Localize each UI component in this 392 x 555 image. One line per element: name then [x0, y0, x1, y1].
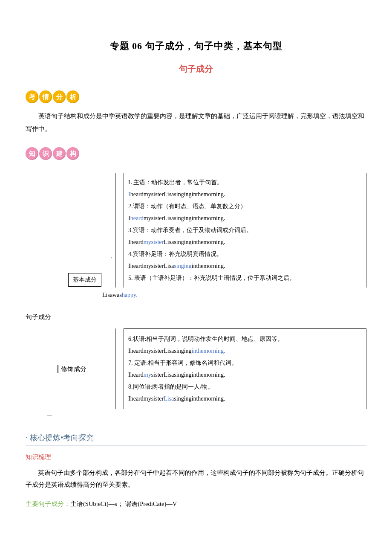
example-adverbial: IheardmysisterLisasinginginthemorning.: [128, 345, 362, 357]
badge-analysis: 考 情 分 析: [26, 90, 79, 103]
caret-icon: ‹: [111, 254, 112, 261]
item-subject: L 主语：动作发出者，常位于句首。: [128, 177, 362, 189]
root-label: 句子成分: [26, 312, 366, 322]
main-components-line: 主要句子成分：主语(SUbjeCt)—s； 谓语(PrediCate)—V: [26, 498, 366, 509]
example-attributive: IheardmysisterLisasinginginthemorning.: [128, 369, 362, 381]
item-obj-comp: 4.宾语补足语：补充说明宾语情况。: [128, 248, 362, 260]
heading-text: 核心提炼•考向探究: [30, 432, 94, 444]
badge-char: 析: [66, 90, 79, 103]
badge-char: 构: [66, 147, 79, 160]
item-predicative: 5. 表语（主语补足语）：补充说明主语情况，位于系动词之后。: [128, 272, 362, 284]
heading-core: · 核心提炼•考向探究: [26, 432, 366, 445]
badge-char: 识: [39, 147, 52, 160]
badge-char: 建: [53, 147, 66, 160]
badge-char: 知: [26, 147, 38, 160]
item-adverbial: 6.状语:相当于副词，说明动作发生的时间、地点、原因等。: [128, 333, 362, 345]
item-predicate: 2.谓语：动作（有时态、语态、单复数之分）: [128, 200, 362, 212]
badge-knowledge: 知 识 建 构: [26, 147, 79, 160]
example-predicate: IheardmysisterLisasinginginthemorning.: [128, 212, 362, 224]
example-predicative: Lisawashappy.: [102, 289, 366, 301]
bullet-icon: ·: [26, 433, 27, 444]
page-subtitle: 句子成分: [26, 62, 366, 76]
label-modifier: 修饰成分: [58, 365, 86, 373]
diagram-basic: — ‹ 基本成分 L 主语：动作发出者，常位于句首。 Iheardmysiste…: [26, 173, 366, 301]
label-basic: 基本成分: [68, 273, 101, 287]
item-object: 3.宾语：动作承受者，位于及物动词或介词后。: [128, 224, 362, 236]
label-main-components: 主要句子成分：: [26, 500, 70, 507]
page-title: 专题 06 句子成分，句子中类，基本句型: [26, 38, 366, 53]
item-attributive: 7. 定语:相当于形容词，修饰名词和代词。: [128, 357, 362, 369]
diagram-modifier: 修饰成分 6.状语:相当于副词，说明动作发生的时间、地点、原因等。 Iheard…: [26, 328, 366, 419]
badge-char: 考: [26, 90, 38, 103]
badge-char: 分: [53, 90, 66, 103]
label-knowledge-review: 知识梳理: [26, 452, 366, 462]
example-subject: IheardmysisterLisasinginginthemorning.: [128, 189, 362, 200]
summary-paragraph: 英语句子由多个部分构成，各部分在句子中起着不同的作用，这些构成句子的不同部分被称…: [26, 467, 366, 491]
item-appositive: 8.同位语:两者指的是同一人/物。: [128, 381, 362, 393]
dash-icon: —: [47, 232, 52, 241]
intro-paragraph: 英语句子结构和成分是中学英语教学的重要内容，是理解文章的基础，广泛运用于阅读理解…: [26, 110, 366, 135]
example-obj-comp: IheardmysisterLisasinginginthemorning.: [128, 260, 362, 272]
dash-icon: —: [47, 411, 366, 419]
example-object: IheardmysisterLisasinginginthemorning.: [128, 236, 362, 248]
example-appositive: IheardmysisterLisasinginginthemorning.: [128, 393, 362, 405]
badge-char: 情: [39, 90, 52, 103]
